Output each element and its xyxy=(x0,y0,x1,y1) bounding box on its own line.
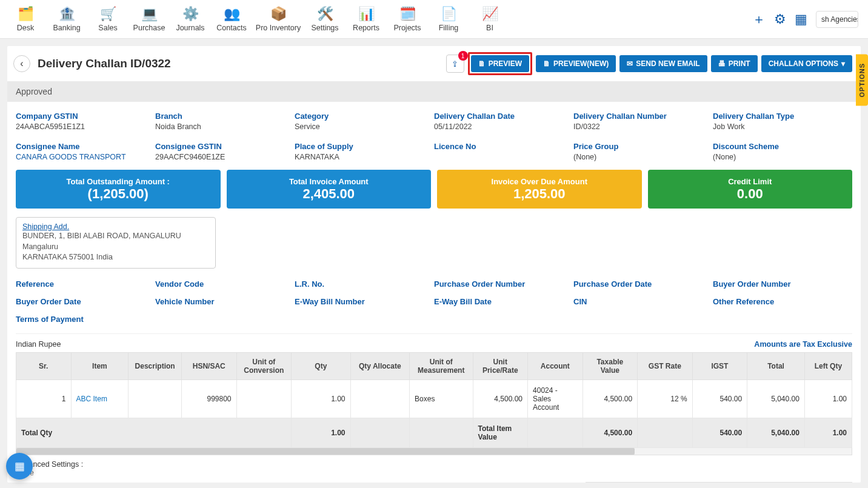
tax-note: Amounts are Tax Exclusive xyxy=(754,340,852,349)
table-row[interactable]: 1 ABC Item 999800 1.00 Boxes 4,500.00 40… xyxy=(16,379,852,418)
purchase-icon: 💻 xyxy=(141,6,158,22)
mail-icon: ✉ xyxy=(627,59,633,68)
floating-apps-button[interactable]: ▦ xyxy=(6,453,33,480)
meta-dc-type: Delivery Challan TypeJob Work xyxy=(713,112,852,131)
reports-icon: 📊 xyxy=(358,6,375,22)
meta-value: Job Work xyxy=(713,122,852,131)
options-side-tab[interactable]: OPTIONS xyxy=(856,55,868,106)
table-horizontal-scrollbar[interactable] xyxy=(16,448,852,455)
card-label: Invoice Over Due Amount xyxy=(492,177,587,186)
nav-banking[interactable]: 🏦Banking xyxy=(46,1,87,38)
th-uoc: Unit of Conversion xyxy=(236,352,292,379)
meta-label: Place of Supply xyxy=(295,142,434,151)
shipping-label[interactable]: Shipping Add. xyxy=(22,222,209,231)
nav-desk[interactable]: 🗂️Desk xyxy=(5,1,46,38)
inventory-icon: 📦 xyxy=(270,6,287,22)
nav-settings[interactable]: 🛠️Settings xyxy=(304,1,346,38)
meta-label: Price Group xyxy=(573,142,713,151)
meta-label: Consignee Name xyxy=(16,142,155,151)
nav-label: Filling xyxy=(439,24,459,32)
apps-icon[interactable]: ▦ xyxy=(795,12,807,27)
button-label: PRINT xyxy=(729,59,750,68)
gear-icon[interactable]: ⚙ xyxy=(774,12,786,27)
card-overdue: Invoice Over Due Amount 1,205.00 xyxy=(437,170,642,209)
meta2-eway-no: E-Way Bill Number xyxy=(295,297,434,306)
nav-journals[interactable]: ⚙️Journals xyxy=(170,1,211,38)
projects-icon: 🗓️ xyxy=(399,6,416,22)
print-icon: 🖶 xyxy=(718,59,726,68)
nav-projects[interactable]: 🗓️Projects xyxy=(387,1,428,38)
nav-filling[interactable]: 📄Filling xyxy=(428,1,469,38)
shipping-address: Shipping Add. BUNDER, 1, BIBI ALABI ROAD… xyxy=(16,217,216,269)
th-rate: Unit Price/Rate xyxy=(473,352,528,379)
journals-icon: ⚙️ xyxy=(182,6,199,22)
card-credit-limit: Credit Limit 0.00 xyxy=(648,170,853,209)
td-sr: 1 xyxy=(16,379,72,418)
td-empty xyxy=(410,418,473,447)
th-tax: Taxable Value xyxy=(583,352,638,379)
add-icon[interactable]: ＋ xyxy=(752,10,766,28)
td-igst: 540.00 xyxy=(692,379,747,418)
td-uom: Boxes xyxy=(410,379,473,418)
meta-label: Category xyxy=(295,112,434,121)
scrollbar-thumb[interactable] xyxy=(16,448,635,455)
table-header-row: Sr. Item Description HSN/SAC Unit of Con… xyxy=(16,352,852,379)
nav-bi[interactable]: 📈BI xyxy=(469,1,510,38)
td-total-igst: 540.00 xyxy=(692,418,747,447)
nav-reports[interactable]: 📊Reports xyxy=(346,1,387,38)
meta-category: CategoryService xyxy=(295,112,434,131)
card-value: 2,405.00 xyxy=(302,186,355,202)
meta-value: 05/11/2022 xyxy=(434,122,573,131)
td-empty xyxy=(350,418,409,447)
company-selector[interactable]: sh Agencies(I ⌄ xyxy=(816,11,858,28)
grid-icon: ▦ xyxy=(15,460,25,473)
meta2-cin: CIN xyxy=(573,297,713,306)
td-total-left: 1.00 xyxy=(804,418,852,447)
nav-contacts[interactable]: 👥Contacts xyxy=(211,1,252,38)
td-total-tax: 4,500.00 xyxy=(583,418,638,447)
meta-consignee-name: Consignee NameCANARA GOODS TRANSPORT xyxy=(16,142,155,161)
sales-icon: 🛒 xyxy=(100,6,116,22)
button-label: CHALLAN OPTIONS xyxy=(769,59,838,68)
preview-new-button[interactable]: 🗎 PREVIEW(NEW) xyxy=(536,55,616,72)
card-value: 0.00 xyxy=(737,186,763,202)
bi-icon: 📈 xyxy=(482,6,498,22)
th-igst: IGST xyxy=(692,352,747,379)
meta-licence: Licence No xyxy=(434,142,573,161)
currency-name: Indian Rupee xyxy=(16,340,61,349)
attachment-button[interactable]: ⇪ 1 xyxy=(446,55,464,73)
nav-proinventory[interactable]: 📦Pro Inventory xyxy=(252,1,304,38)
td-left: 1.00 xyxy=(804,379,852,418)
meta-value-link[interactable]: CANARA GOODS TRANSPORT xyxy=(16,153,155,161)
challan-options-button[interactable]: CHALLAN OPTIONS ▾ xyxy=(761,55,852,72)
meta2-vehicle: Vehicle Number xyxy=(155,297,295,306)
preview-highlight: 🗎 PREVIEW xyxy=(468,52,532,75)
td-qty: 1.00 xyxy=(292,379,350,418)
nav-right: ＋ ⚙ ▦ sh Agencies(I ⌄ xyxy=(752,10,863,28)
td-account: 40024 - Sales Account xyxy=(528,379,583,418)
meta2-eway-date: E-Way Bill Date xyxy=(434,297,573,306)
print-button[interactable]: 🖶 PRINT xyxy=(711,55,758,72)
td-total-qty: 1.00 xyxy=(292,418,350,447)
nav-purchase[interactable]: 💻Purchase xyxy=(129,1,170,38)
card-value: 1,205.00 xyxy=(513,186,566,202)
meta-value: Service xyxy=(295,122,434,131)
advanced-settings: Advanced Settings : None xyxy=(7,455,861,478)
meta-value: (None) xyxy=(573,153,713,161)
nav-label: Desk xyxy=(17,24,34,32)
meta2-lrno: L.R. No. xyxy=(295,279,434,289)
meta-label: Licence No xyxy=(434,142,573,151)
send-email-button[interactable]: ✉ SEND NEW EMAIL xyxy=(619,55,707,72)
preview-button[interactable]: 🗎 PREVIEW xyxy=(471,55,529,72)
page-title: Delivery Challan ID/0322 xyxy=(38,57,171,70)
meta2-buyer-order-date: Buyer Order Date xyxy=(16,297,155,306)
td-hsn: 999800 xyxy=(182,379,237,418)
td-item-link[interactable]: ABC Item xyxy=(71,379,129,418)
nav-label: BI xyxy=(486,24,493,32)
nav-sales[interactable]: 🛒Sales xyxy=(87,1,129,38)
desk-icon: 🗂️ xyxy=(18,6,34,22)
amount-footer: Amount (INR) 5,040.00 xyxy=(586,482,852,483)
nav-label: Sales xyxy=(98,24,117,32)
td-empty xyxy=(638,418,693,447)
back-button[interactable]: ‹ xyxy=(13,55,30,72)
